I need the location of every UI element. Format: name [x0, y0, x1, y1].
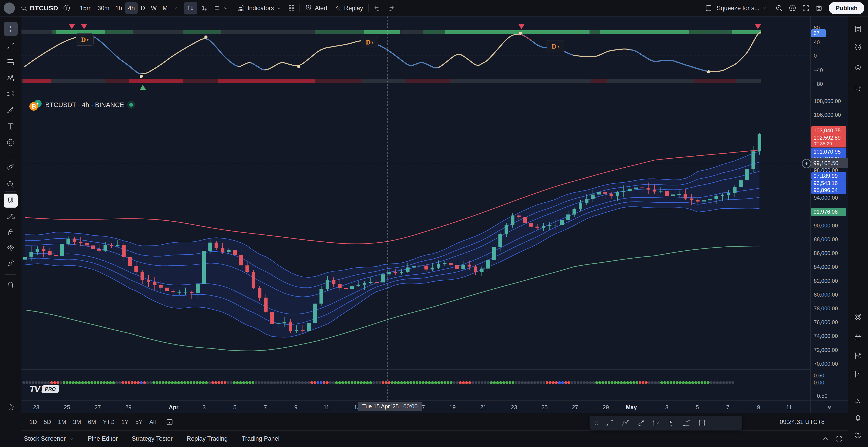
sync-drawings-tool[interactable]: [4, 256, 18, 270]
quick-draw-polyline-icon[interactable]: [618, 417, 632, 429]
zoom-in-tool[interactable]: [4, 177, 18, 191]
forecast-tool[interactable]: [4, 87, 18, 101]
line-tools-chevron-icon[interactable]: [223, 5, 229, 11]
text-tool[interactable]: [4, 119, 18, 133]
layout-select[interactable]: Squeeze for s...: [715, 2, 769, 14]
quick-draw-curve-icon[interactable]: [633, 417, 647, 429]
last-price-label: 102,592.8902:35:29: [811, 134, 846, 147]
magnet-tool[interactable]: [4, 194, 18, 208]
ruler-tool[interactable]: [4, 160, 18, 174]
floating-drawing-toolbar[interactable]: [590, 416, 742, 430]
alert-button[interactable]: Alert: [301, 2, 331, 14]
trend-line-tool[interactable]: [4, 39, 18, 53]
help-panel-button[interactable]: [851, 428, 865, 442]
depth-panel-button[interactable]: [851, 367, 865, 381]
range-1y[interactable]: 1Y: [118, 416, 132, 428]
clock[interactable]: 09:24:31 UTC+8: [780, 418, 825, 425]
quick-draw-price-label-icon[interactable]: [664, 417, 678, 429]
collapse-chevron-up-icon[interactable]: [822, 435, 829, 443]
time-axis[interactable]: 23252729Apr3579111317192123252729May3579…: [22, 401, 810, 414]
range-1d[interactable]: 1D: [26, 416, 40, 428]
time-tick: 3: [203, 404, 206, 410]
quick-search-icon[interactable]: [775, 4, 783, 12]
calendar-panel-button[interactable]: [851, 330, 865, 344]
drag-handle-icon[interactable]: [592, 419, 601, 426]
range-5y[interactable]: 5Y: [132, 416, 146, 428]
crosshair-tool[interactable]: [4, 22, 18, 36]
alerts-panel-button[interactable]: [851, 40, 865, 54]
fullscreen-icon[interactable]: [802, 4, 810, 12]
interval-1h[interactable]: 1h: [112, 2, 125, 14]
xabcd-pattern-tool[interactable]: [4, 71, 18, 85]
symbol-search-button[interactable]: BTCUSD: [18, 2, 60, 14]
interval-M[interactable]: M: [160, 2, 170, 14]
compare-icon[interactable]: [200, 4, 208, 12]
ideas-panel-button[interactable]: [851, 349, 865, 363]
brush-tool[interactable]: [4, 103, 18, 117]
quick-draw-trend-icon[interactable]: [602, 417, 617, 429]
time-tick: 27: [94, 404, 101, 410]
favorite-tools-tool[interactable]: [4, 400, 18, 414]
interval-dropdown-chevron-icon[interactable]: [173, 5, 178, 11]
indicators-button[interactable]: Indicators: [234, 2, 285, 14]
lock-all-tool[interactable]: [4, 225, 18, 239]
emoji-tool[interactable]: [4, 136, 18, 149]
time-tick: 7: [726, 404, 730, 410]
chart-plot[interactable]: [0, 0, 868, 447]
axis-settings-corner[interactable]: [810, 401, 848, 414]
price-tick: 0.00: [814, 379, 825, 386]
line-tools-icon[interactable]: [213, 4, 220, 12]
settings-gear-icon[interactable]: [788, 4, 797, 12]
interval-15m[interactable]: 15m: [77, 2, 95, 14]
watchlist-panel-button[interactable]: [851, 22, 865, 36]
user-avatar[interactable]: [4, 2, 15, 14]
range-ytd[interactable]: YTD: [100, 416, 118, 428]
range-3m[interactable]: 3M: [70, 416, 84, 428]
chart-style-candles-button[interactable]: [184, 2, 197, 14]
footer-stock-screener[interactable]: Stock Screener: [24, 435, 74, 442]
quick-draw-rect-icon[interactable]: [695, 417, 709, 429]
go-to-date-icon[interactable]: [165, 418, 174, 426]
footer-replay-trading[interactable]: Replay Trading: [187, 435, 228, 442]
fib-retracement-tool[interactable]: [4, 55, 18, 69]
time-tick: 5: [233, 404, 237, 410]
replay-button[interactable]: Replay: [331, 2, 367, 14]
drawing-lock-tool[interactable]: [4, 209, 18, 223]
price-tick: 106,000.00: [814, 112, 841, 118]
interval-4h[interactable]: 4h: [125, 2, 138, 14]
compare-add-symbol-icon[interactable]: [63, 4, 71, 12]
daily-signal-label: D▾: [76, 33, 94, 46]
publish-button[interactable]: Publish: [829, 2, 864, 14]
range-6m[interactable]: 6M: [85, 416, 99, 428]
maximize-icon[interactable]: [835, 435, 843, 443]
range-all[interactable]: All: [146, 416, 159, 428]
object-tree-panel-button[interactable]: [851, 61, 865, 75]
footer-strategy-tester[interactable]: Strategy Tester: [132, 435, 173, 442]
footer-pine-editor[interactable]: Pine Editor: [88, 435, 118, 442]
interval-30m[interactable]: 30m: [95, 2, 113, 14]
price-tick: 74,000.00: [814, 333, 838, 339]
hotlists-panel-button[interactable]: [851, 310, 865, 324]
streams-panel-button[interactable]: [851, 393, 865, 408]
price-axis[interactable]: 80400−40−80108,000.00106,000.00104,000.0…: [810, 16, 848, 413]
interval-D[interactable]: D: [138, 2, 148, 14]
quick-draw-price-range-icon[interactable]: [680, 417, 693, 429]
footer-trading-panel[interactable]: Trading Panel: [242, 435, 279, 442]
layout-icon[interactable]: [705, 4, 712, 12]
redo-icon[interactable]: [387, 4, 395, 12]
undo-icon[interactable]: [374, 4, 381, 12]
chat-panel-button[interactable]: [851, 81, 865, 95]
right-sidebar: [848, 16, 868, 447]
notifications-panel-button[interactable]: [851, 411, 865, 425]
remove-drawings-tool[interactable]: [4, 278, 18, 292]
market-status-dot[interactable]: [127, 101, 135, 109]
symbol-legend[interactable]: ₮ ₿ BTCUSDT · 4h · BINANCE: [29, 100, 135, 110]
indicator-templates-icon[interactable]: [287, 4, 295, 12]
interval-W[interactable]: W: [148, 2, 160, 14]
screenshot-camera-icon[interactable]: [815, 4, 823, 12]
range-5d[interactable]: 5D: [40, 416, 54, 428]
hide-drawings-tool[interactable]: [4, 241, 18, 255]
add-alert-plus-icon[interactable]: +: [802, 159, 811, 168]
quick-draw-bars-icon[interactable]: [649, 417, 663, 429]
range-1m[interactable]: 1M: [55, 416, 69, 428]
